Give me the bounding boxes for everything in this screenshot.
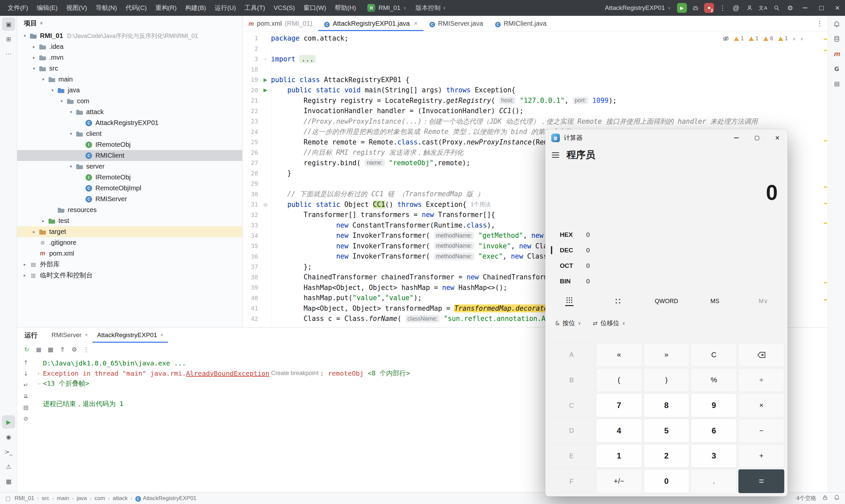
- tree-item-src[interactable]: ▾src: [17, 63, 242, 74]
- bitwise-dropdown[interactable]: &按位∨: [552, 317, 584, 329]
- options-icon[interactable]: ⚙: [69, 344, 80, 355]
- editor-tab-AttackRegistryEXP01.java[interactable]: CAttackRegistryEXP01.java×: [318, 16, 423, 31]
- tree-item-target[interactable]: ▸target: [17, 226, 242, 237]
- notifications-icon[interactable]: [830, 17, 843, 31]
- tree-chevron-icon[interactable]: ▸: [30, 55, 38, 60]
- workspace-icon[interactable]: ▢: [5, 495, 11, 502]
- tree-item-client[interactable]: ▾client: [17, 128, 242, 139]
- tree-chevron-icon[interactable]: ▸: [30, 44, 38, 49]
- hide-warnings-icon[interactable]: [723, 35, 729, 42]
- tree-item-RMIServer[interactable]: CRMIServer: [17, 194, 242, 204]
- calc-key-plus-minus[interactable]: +/−: [596, 469, 642, 493]
- inspection-badge-1[interactable]: 1: [734, 35, 744, 42]
- clear-all-icon[interactable]: ⊘: [20, 413, 31, 424]
- calc-close-button[interactable]: ×: [767, 129, 788, 146]
- project-widget[interactable]: R RMI_01 ∨: [367, 4, 406, 12]
- tree-item-IRemoteObj[interactable]: IIRemoteObj: [17, 139, 242, 150]
- calculator-titlebar[interactable]: ▦ 计算器 ×: [545, 129, 788, 146]
- memory-store-button[interactable]: MS: [690, 298, 739, 305]
- console-fold-icon[interactable]: ›: [34, 371, 43, 376]
- menu-导航N[interactable]: 导航(N): [91, 0, 121, 16]
- tree-chevron-icon[interactable]: ▾: [20, 33, 29, 38]
- menu-重构R[interactable]: 重构(R): [151, 0, 181, 16]
- run-line-icon[interactable]: ▶: [260, 77, 271, 83]
- calc-key-percent[interactable]: %: [691, 368, 737, 392]
- code-line-20[interactable]: 20▶ public static void main(String[] arg…: [243, 85, 823, 96]
- error-stripe-mark[interactable]: [824, 223, 827, 224]
- vcs-widget[interactable]: 版本控制 ∨: [416, 4, 446, 12]
- problems-icon[interactable]: ⚠: [2, 460, 15, 473]
- editor-tab-RMIServer.java[interactable]: CRMIServer.java: [423, 16, 489, 31]
- code-line-3[interactable]: 3›import ...: [243, 54, 823, 64]
- calc-key-8[interactable]: 8: [644, 394, 689, 417]
- radix-bin[interactable]: BIN0: [547, 273, 786, 289]
- window-minimize-button[interactable]: [797, 0, 813, 16]
- inspection-badge-2[interactable]: 1: [749, 35, 758, 42]
- fold-gutter-icon[interactable]: ›: [260, 56, 271, 62]
- scroll-to-end-icon[interactable]: ⇊: [20, 391, 31, 401]
- menu-文件F[interactable]: 文件(F): [3, 0, 32, 16]
- gradle-icon[interactable]: G: [830, 62, 843, 75]
- inspection-badge-3[interactable]: 6: [763, 35, 773, 42]
- scroll-to-bottom-icon[interactable]: ↓: [20, 368, 31, 379]
- tree-item-RMI_01[interactable]: ▾RMI_01D:\JavaCode\Java序列化与反序列化\RMI\RMI_…: [17, 30, 242, 41]
- menu-构建B[interactable]: 构建(B): [181, 0, 210, 16]
- error-stripe-mark[interactable]: [824, 282, 827, 283]
- tab-options-icon[interactable]: ⋮: [810, 19, 829, 28]
- tree-chevron-icon[interactable]: ▾: [67, 164, 75, 169]
- calc-key-clear[interactable]: C: [691, 343, 737, 367]
- project-icon[interactable]: ▣: [2, 17, 15, 31]
- tree-item-server[interactable]: ▾server: [17, 161, 242, 172]
- tab-close-icon[interactable]: ×: [85, 332, 88, 338]
- tree-chevron-icon[interactable]: ▾: [67, 131, 75, 136]
- calc-key-3[interactable]: 3: [691, 444, 737, 468]
- tree-chevron-icon[interactable]: ▾: [39, 77, 48, 82]
- calc-key-right-shift[interactable]: »: [644, 343, 689, 367]
- full-keypad-toggle-icon[interactable]: [545, 296, 594, 306]
- calc-key-left-shift[interactable]: «: [596, 343, 642, 367]
- terminal-icon[interactable]: >_: [2, 445, 15, 458]
- tree-item-外部库[interactable]: ▸▤外部库: [17, 259, 242, 270]
- calc-key-paren-open[interactable]: (: [596, 368, 642, 392]
- window-close-button[interactable]: ×: [830, 0, 845, 16]
- memory-flyout-button[interactable]: M∨: [739, 298, 788, 305]
- tree-item-临时文件和控制台[interactable]: ▸▥临时文件和控制台: [17, 270, 242, 281]
- dump-threads-icon[interactable]: ▦: [45, 344, 56, 355]
- radix-oct[interactable]: OCT0: [547, 258, 786, 273]
- attach-debugger-icon[interactable]: ⇑: [57, 344, 68, 355]
- breadcrumb-src[interactable]: src: [42, 495, 50, 502]
- radix-hex[interactable]: HEX0: [547, 227, 786, 242]
- breadcrumb-attack[interactable]: attack: [112, 495, 127, 502]
- run-tab-AttackRegistryEXP01[interactable]: AttackRegistryEXP01×: [92, 327, 168, 343]
- code-line-18[interactable]: 18: [243, 64, 823, 75]
- commit-icon[interactable]: ◉: [2, 430, 15, 443]
- scroll-to-top-icon[interactable]: ↑: [20, 357, 31, 368]
- lock-icon[interactable]: [822, 495, 828, 502]
- calc-key-equals[interactable]: =: [738, 469, 784, 493]
- bit-toggle-keypad-icon[interactable]: [594, 298, 642, 305]
- breadcrumb-RMI_01[interactable]: RMI_01: [15, 495, 34, 502]
- menu-帮助H[interactable]: 帮助(H): [330, 0, 360, 16]
- menu-编辑E[interactable]: 编辑(E): [32, 0, 62, 16]
- calc-key-4[interactable]: 4: [596, 419, 642, 443]
- tree-item-test[interactable]: ▸test: [17, 215, 242, 226]
- tree-item-resources[interactable]: resources: [17, 204, 242, 215]
- exception-link[interactable]: AlreadyBoundException: [186, 370, 269, 377]
- menu-窗口W[interactable]: 窗口(W): [299, 0, 330, 16]
- code-line-21[interactable]: 21 Registry registry = LocateRegistry.ge…: [243, 95, 823, 106]
- more-icon[interactable]: ⋯: [2, 47, 15, 60]
- rerun-icon[interactable]: ↻: [21, 344, 32, 355]
- run-button[interactable]: ▶: [676, 2, 688, 14]
- tree-chevron-icon[interactable]: ▸: [20, 262, 29, 267]
- calc-key-multiply[interactable]: ×: [738, 394, 784, 417]
- menu-视图V[interactable]: 视图(V): [62, 0, 91, 16]
- print-icon[interactable]: ▤: [20, 402, 31, 413]
- indent-indicator[interactable]: 4个空格: [796, 494, 816, 502]
- project-panel-header[interactable]: 项目 ∨: [17, 16, 242, 30]
- tree-item-RemoteObjImpl[interactable]: CRemoteObjImpl: [17, 183, 242, 194]
- tree-item-IRemoteObj[interactable]: IIRemoteObj: [17, 172, 242, 183]
- menu-运行U[interactable]: 运行(U): [210, 0, 240, 16]
- tree-item-attack[interactable]: ▾attack: [17, 107, 242, 118]
- tree-chevron-icon[interactable]: ▸: [30, 229, 38, 234]
- editor-tab-RMIClient.java[interactable]: CRMIClient.java: [489, 16, 552, 31]
